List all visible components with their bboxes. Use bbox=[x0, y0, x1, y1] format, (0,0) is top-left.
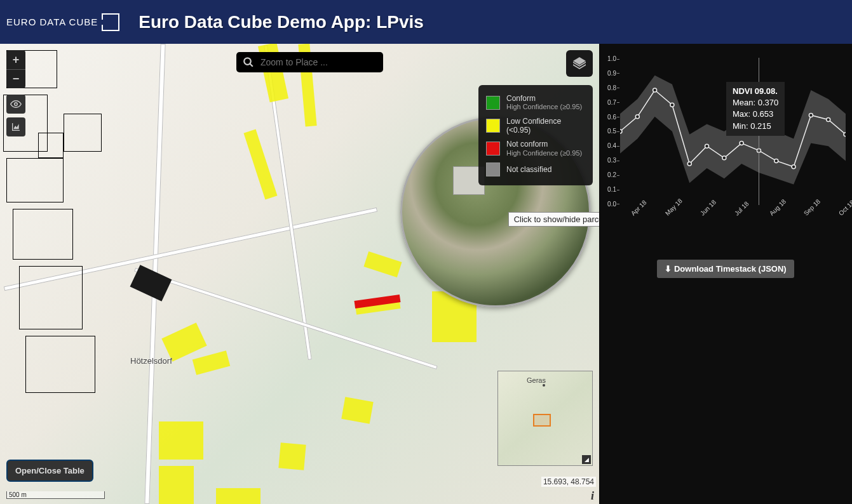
search-icon bbox=[243, 56, 254, 68]
svg-point-12 bbox=[774, 159, 778, 162]
legend-title: Conform bbox=[506, 94, 582, 103]
svg-point-0 bbox=[15, 103, 18, 106]
svg-line-2 bbox=[250, 63, 253, 67]
map-controls: + − bbox=[6, 50, 25, 136]
scale-bar: 500 m bbox=[6, 491, 105, 499]
legend-title: Low Confidence (<0.95) bbox=[506, 117, 585, 135]
parcel-outline[interactable] bbox=[64, 114, 102, 152]
svg-point-1 bbox=[244, 58, 251, 65]
brand-logo: EURO DATA CUBE bbox=[6, 13, 119, 31]
legend-tooltip: Click to show/hide parcels bbox=[508, 212, 599, 227]
tooltip-max: Max: 0.653 bbox=[733, 109, 778, 120]
svg-point-13 bbox=[792, 165, 795, 169]
parcel-outline[interactable] bbox=[38, 133, 64, 158]
swatch-icon bbox=[486, 96, 500, 110]
svg-point-15 bbox=[827, 117, 830, 121]
legend-item[interactable]: Low Confidence (<0.95) bbox=[486, 114, 585, 138]
x-axis: Apr 18May 18Jun 18Jul 18Aug 18Sep 18Oct … bbox=[620, 207, 846, 229]
legend-title: Not classified bbox=[506, 165, 551, 174]
tooltip-min: Min: 0.215 bbox=[733, 121, 778, 132]
svg-point-4 bbox=[635, 115, 639, 119]
search-box[interactable] bbox=[236, 52, 383, 72]
chart-panel-button[interactable] bbox=[6, 117, 25, 136]
legend-item[interactable]: Not conformHigh Confidence (≥0.95) bbox=[486, 137, 585, 160]
layers-button[interactable] bbox=[566, 50, 593, 77]
toggle-visibility-button[interactable] bbox=[6, 95, 25, 114]
map-canvas[interactable]: Hötzelsdorf + − ConformHigh Confidence ( bbox=[0, 44, 599, 504]
tooltip-title: NDVI 09.08. bbox=[733, 86, 778, 97]
minimap-collapse-button[interactable]: ◢ bbox=[582, 455, 591, 464]
legend-title: Not conform bbox=[506, 140, 582, 149]
legend-sub: High Confidence (≥0.95) bbox=[506, 103, 582, 111]
chart-area-icon bbox=[11, 122, 21, 132]
minimap-dot-icon bbox=[543, 384, 545, 387]
minimap-viewport[interactable] bbox=[533, 414, 551, 427]
parcel[interactable] bbox=[159, 466, 194, 504]
parcel[interactable] bbox=[159, 421, 203, 460]
swatch-icon bbox=[486, 162, 500, 176]
svg-point-10 bbox=[740, 142, 743, 145]
y-axis: 1.00.90.80.70.60.50.40.30.20.10.0 bbox=[602, 55, 616, 208]
svg-point-14 bbox=[809, 113, 813, 117]
svg-point-6 bbox=[670, 103, 674, 107]
svg-point-3 bbox=[620, 129, 622, 133]
svg-point-8 bbox=[705, 144, 709, 148]
layers-icon bbox=[572, 56, 587, 71]
svg-point-7 bbox=[687, 162, 691, 166]
swatch-icon bbox=[486, 142, 500, 156]
download-label: Download Timestack (JSON) bbox=[674, 264, 787, 274]
swatch-icon bbox=[486, 119, 500, 133]
parcel-outline[interactable] bbox=[13, 209, 73, 260]
open-table-button[interactable]: Open/Close Table bbox=[6, 460, 93, 482]
zoom-out-button[interactable]: − bbox=[6, 69, 25, 88]
parcel[interactable] bbox=[341, 397, 373, 423]
svg-point-16 bbox=[844, 133, 846, 136]
parcel-outline[interactable] bbox=[19, 266, 83, 329]
zoom-in-button[interactable]: + bbox=[6, 50, 25, 69]
coordinates-display: 15.693, 48.754 bbox=[541, 477, 596, 487]
app-title: Euro Data Cube Demo App: LPvis bbox=[139, 12, 424, 32]
place-label: Hötzelsdorf bbox=[130, 356, 172, 366]
parcel-outline[interactable] bbox=[25, 336, 95, 393]
parcel[interactable] bbox=[278, 442, 306, 470]
minimap-label: Geras bbox=[527, 376, 546, 384]
chart-sidebar: 1.00.90.80.70.60.50.40.30.20.10.0 Apr 18… bbox=[599, 44, 852, 504]
parcel[interactable] bbox=[216, 488, 260, 504]
main-layout: Hötzelsdorf + − ConformHigh Confidence ( bbox=[0, 44, 852, 504]
brand-text: EURO DATA CUBE bbox=[6, 17, 98, 27]
minimap[interactable]: Geras ◢ bbox=[497, 371, 593, 466]
parcel-outline[interactable] bbox=[6, 158, 64, 202]
logo-box-icon bbox=[102, 13, 119, 31]
search-input[interactable] bbox=[260, 57, 377, 67]
app-header: EURO DATA CUBE Euro Data Cube Demo App: … bbox=[0, 0, 852, 44]
download-icon: ⬇ bbox=[665, 264, 672, 274]
download-timestack-button[interactable]: ⬇ Download Timestack (JSON) bbox=[657, 260, 794, 278]
svg-point-5 bbox=[653, 88, 657, 92]
legend-sub: High Confidence (≥0.95) bbox=[506, 149, 582, 157]
legend-item[interactable]: Not classified bbox=[486, 160, 585, 179]
legend-item[interactable]: ConformHigh Confidence (≥0.95) bbox=[486, 91, 585, 114]
info-button[interactable]: i bbox=[591, 489, 594, 503]
tooltip-mean: Mean: 0.370 bbox=[733, 97, 778, 109]
eye-icon bbox=[10, 98, 22, 110]
svg-point-9 bbox=[722, 156, 726, 160]
ndvi-chart[interactable]: 1.00.90.80.70.60.50.40.30.20.10.0 Apr 18… bbox=[602, 50, 849, 234]
map-legend: ConformHigh Confidence (≥0.95) Low Confi… bbox=[478, 85, 593, 185]
chart-tooltip: NDVI 09.08. Mean: 0.370 Max: 0.653 Min: … bbox=[726, 82, 785, 136]
